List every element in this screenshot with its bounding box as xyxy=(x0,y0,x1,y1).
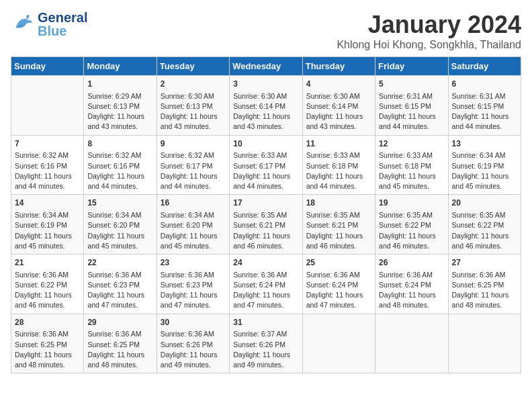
day-number: 7 xyxy=(15,138,80,150)
day-number: 12 xyxy=(379,138,444,150)
day-info: Sunrise: 6:34 AM Sunset: 6:19 PM Dayligh… xyxy=(15,210,80,251)
header-cell-monday: Monday xyxy=(84,57,157,76)
day-info: Sunrise: 6:35 AM Sunset: 6:21 PM Dayligh… xyxy=(306,210,371,251)
day-number: 11 xyxy=(306,138,371,150)
calendar-cell: 15Sunrise: 6:34 AM Sunset: 6:20 PM Dayli… xyxy=(84,195,157,255)
day-number: 18 xyxy=(306,197,371,209)
day-info: Sunrise: 6:36 AM Sunset: 6:24 PM Dayligh… xyxy=(306,270,371,311)
day-number: 9 xyxy=(161,138,226,150)
day-info: Sunrise: 6:36 AM Sunset: 6:25 PM Dayligh… xyxy=(87,329,152,370)
day-info: Sunrise: 6:36 AM Sunset: 6:23 PM Dayligh… xyxy=(161,270,226,311)
day-number: 20 xyxy=(452,197,517,209)
day-number: 25 xyxy=(306,257,371,269)
day-info: Sunrise: 6:35 AM Sunset: 6:21 PM Dayligh… xyxy=(233,210,298,251)
day-info: Sunrise: 6:33 AM Sunset: 6:17 PM Dayligh… xyxy=(233,150,298,191)
calendar-cell: 14Sunrise: 6:34 AM Sunset: 6:19 PM Dayli… xyxy=(11,195,84,255)
day-number: 19 xyxy=(379,197,444,209)
day-info: Sunrise: 6:36 AM Sunset: 6:23 PM Dayligh… xyxy=(87,270,152,311)
month-title: January 2024 xyxy=(337,11,521,39)
calendar-cell xyxy=(448,314,521,373)
day-info: Sunrise: 6:34 AM Sunset: 6:20 PM Dayligh… xyxy=(161,210,226,251)
day-info: Sunrise: 6:36 AM Sunset: 6:25 PM Dayligh… xyxy=(15,329,80,370)
day-number: 5 xyxy=(379,79,444,90)
day-info: Sunrise: 6:32 AM Sunset: 6:16 PM Dayligh… xyxy=(87,150,152,191)
day-number: 2 xyxy=(161,79,226,90)
day-number: 15 xyxy=(87,197,152,209)
day-info: Sunrise: 6:34 AM Sunset: 6:19 PM Dayligh… xyxy=(452,150,517,191)
day-info: Sunrise: 6:30 AM Sunset: 6:13 PM Dayligh… xyxy=(161,91,226,132)
logo-blue: Blue xyxy=(38,24,87,38)
calendar-body: 1Sunrise: 6:29 AM Sunset: 6:13 PM Daylig… xyxy=(11,76,521,373)
calendar-cell: 12Sunrise: 6:33 AM Sunset: 6:18 PM Dayli… xyxy=(375,135,448,195)
header-cell-friday: Friday xyxy=(375,57,448,76)
day-info: Sunrise: 6:31 AM Sunset: 6:15 PM Dayligh… xyxy=(452,91,517,132)
week-row-3: 21Sunrise: 6:36 AM Sunset: 6:22 PM Dayli… xyxy=(11,255,521,314)
calendar-cell: 17Sunrise: 6:35 AM Sunset: 6:21 PM Dayli… xyxy=(230,195,302,255)
logo-icon xyxy=(11,11,35,38)
day-info: Sunrise: 6:32 AM Sunset: 6:16 PM Dayligh… xyxy=(15,150,80,191)
day-number: 8 xyxy=(87,138,152,150)
day-info: Sunrise: 6:30 AM Sunset: 6:14 PM Dayligh… xyxy=(306,91,371,132)
day-number: 26 xyxy=(379,257,444,269)
header-cell-thursday: Thursday xyxy=(302,57,375,76)
day-info: Sunrise: 6:32 AM Sunset: 6:17 PM Dayligh… xyxy=(161,150,226,191)
day-number: 29 xyxy=(87,317,152,328)
calendar-cell: 18Sunrise: 6:35 AM Sunset: 6:21 PM Dayli… xyxy=(302,195,375,255)
calendar-cell: 10Sunrise: 6:33 AM Sunset: 6:17 PM Dayli… xyxy=(230,135,302,195)
title-area: January 2024 Khlong Hoi Khong, Songkhla,… xyxy=(337,11,521,51)
day-number: 22 xyxy=(87,257,152,269)
week-row-4: 28Sunrise: 6:36 AM Sunset: 6:25 PM Dayli… xyxy=(11,314,521,373)
calendar-cell: 26Sunrise: 6:36 AM Sunset: 6:24 PM Dayli… xyxy=(375,255,448,314)
day-number: 16 xyxy=(161,197,226,209)
day-number: 21 xyxy=(15,257,80,269)
day-number: 14 xyxy=(15,197,80,209)
day-info: Sunrise: 6:33 AM Sunset: 6:18 PM Dayligh… xyxy=(306,150,371,191)
day-info: Sunrise: 6:37 AM Sunset: 6:26 PM Dayligh… xyxy=(233,329,298,370)
calendar-cell: 2Sunrise: 6:30 AM Sunset: 6:13 PM Daylig… xyxy=(157,76,229,136)
calendar-table: SundayMondayTuesdayWednesdayThursdayFrid… xyxy=(11,56,521,373)
calendar-cell: 31Sunrise: 6:37 AM Sunset: 6:26 PM Dayli… xyxy=(230,314,302,373)
calendar-cell: 9Sunrise: 6:32 AM Sunset: 6:17 PM Daylig… xyxy=(157,135,229,195)
day-number: 1 xyxy=(87,79,152,90)
calendar-cell xyxy=(302,314,375,373)
day-info: Sunrise: 6:33 AM Sunset: 6:18 PM Dayligh… xyxy=(379,150,444,191)
calendar-cell: 27Sunrise: 6:36 AM Sunset: 6:25 PM Dayli… xyxy=(448,255,521,314)
calendar-cell: 29Sunrise: 6:36 AM Sunset: 6:25 PM Dayli… xyxy=(84,314,157,373)
day-number: 4 xyxy=(306,79,371,90)
calendar-cell: 19Sunrise: 6:35 AM Sunset: 6:22 PM Dayli… xyxy=(375,195,448,255)
calendar-cell: 5Sunrise: 6:31 AM Sunset: 6:15 PM Daylig… xyxy=(375,76,448,136)
day-info: Sunrise: 6:31 AM Sunset: 6:15 PM Dayligh… xyxy=(379,91,444,132)
calendar-cell: 23Sunrise: 6:36 AM Sunset: 6:23 PM Dayli… xyxy=(157,255,229,314)
day-info: Sunrise: 6:36 AM Sunset: 6:25 PM Dayligh… xyxy=(452,270,517,311)
calendar-cell: 3Sunrise: 6:30 AM Sunset: 6:14 PM Daylig… xyxy=(230,76,302,136)
day-number: 30 xyxy=(161,317,226,328)
day-number: 6 xyxy=(452,79,517,90)
logo-text: General Blue xyxy=(38,11,87,38)
day-info: Sunrise: 6:30 AM Sunset: 6:14 PM Dayligh… xyxy=(233,91,298,132)
day-number: 23 xyxy=(161,257,226,269)
day-number: 17 xyxy=(233,197,298,209)
calendar-cell: 7Sunrise: 6:32 AM Sunset: 6:16 PM Daylig… xyxy=(11,135,84,195)
calendar-cell: 20Sunrise: 6:35 AM Sunset: 6:22 PM Dayli… xyxy=(448,195,521,255)
header-cell-tuesday: Tuesday xyxy=(157,57,229,76)
calendar-cell: 25Sunrise: 6:36 AM Sunset: 6:24 PM Dayli… xyxy=(302,255,375,314)
logo-general: General xyxy=(38,11,87,24)
location: Khlong Hoi Khong, Songkhla, Thailand xyxy=(337,39,521,51)
day-number: 3 xyxy=(233,79,298,90)
calendar-cell: 30Sunrise: 6:36 AM Sunset: 6:26 PM Dayli… xyxy=(157,314,229,373)
day-number: 10 xyxy=(233,138,298,150)
calendar-cell: 4Sunrise: 6:30 AM Sunset: 6:14 PM Daylig… xyxy=(302,76,375,136)
day-info: Sunrise: 6:35 AM Sunset: 6:22 PM Dayligh… xyxy=(379,210,444,251)
calendar-cell: 8Sunrise: 6:32 AM Sunset: 6:16 PM Daylig… xyxy=(84,135,157,195)
calendar-cell xyxy=(375,314,448,373)
calendar-cell: 28Sunrise: 6:36 AM Sunset: 6:25 PM Dayli… xyxy=(11,314,84,373)
day-info: Sunrise: 6:35 AM Sunset: 6:22 PM Dayligh… xyxy=(452,210,517,251)
calendar-cell: 16Sunrise: 6:34 AM Sunset: 6:20 PM Dayli… xyxy=(157,195,229,255)
week-row-2: 14Sunrise: 6:34 AM Sunset: 6:19 PM Dayli… xyxy=(11,195,521,255)
header-cell-sunday: Sunday xyxy=(11,57,84,76)
day-number: 28 xyxy=(15,317,80,328)
day-info: Sunrise: 6:36 AM Sunset: 6:26 PM Dayligh… xyxy=(161,329,226,370)
day-number: 31 xyxy=(233,317,298,328)
calendar-cell: 1Sunrise: 6:29 AM Sunset: 6:13 PM Daylig… xyxy=(84,76,157,136)
header-row: SundayMondayTuesdayWednesdayThursdayFrid… xyxy=(11,57,521,76)
